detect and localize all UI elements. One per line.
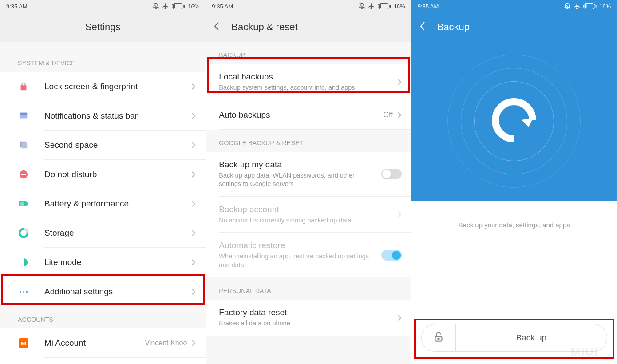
- row-sub: Backup system settings, account info, an…: [219, 83, 392, 92]
- chevron-right-icon: [191, 112, 196, 119]
- row-label: Second space: [44, 140, 187, 150]
- battery-percent: 16%: [394, 3, 405, 10]
- row-lock-screen[interactable]: Lock screen & fingerprint: [0, 72, 206, 101]
- row-label: Do not disturb: [44, 170, 187, 179]
- airplane-icon: [368, 3, 375, 10]
- chevron-right-icon: [191, 200, 196, 207]
- row-auto-backups[interactable]: Auto backups Off: [206, 100, 411, 130]
- unlock-icon: [433, 331, 444, 344]
- row-mi-account[interactable]: MI Mi Account Vincent Khoo: [0, 328, 206, 358]
- chevron-right-icon: [191, 340, 196, 347]
- battery-icon: [378, 3, 391, 9]
- back-button[interactable]: [214, 21, 220, 33]
- second-space-icon: [18, 139, 29, 151]
- titlebar-backup: Backup: [411, 12, 617, 42]
- phone-backup: 9:35 AM 16% Backup Back up your data, se…: [411, 0, 617, 364]
- chevron-right-icon: [191, 229, 196, 237]
- chevron-right-icon: [397, 79, 402, 86]
- row-notifications[interactable]: Notifications & status bar: [0, 101, 206, 131]
- phone-backup-reset: 9:35 AM 16% Backup & reset BACKUP Local …: [206, 0, 411, 364]
- page-title: Backup: [437, 21, 470, 33]
- page-title: Settings: [85, 21, 121, 33]
- row-dnd[interactable]: Do not disturb: [0, 160, 206, 189]
- status-right: 16%: [152, 3, 199, 10]
- battery-percent: 16%: [599, 3, 611, 10]
- status-bar: 9:35 AM 16%: [0, 0, 206, 12]
- battery-perf-icon: [18, 198, 29, 210]
- lite-mode-icon: [18, 257, 29, 268]
- spacer: [206, 336, 411, 364]
- svg-rect-22: [379, 4, 381, 8]
- section-header-accounts: ACCOUNTS: [0, 306, 206, 328]
- row-sub: Back up app data, WLAN passwords, and ot…: [219, 171, 376, 189]
- row-label: Storage: [44, 228, 187, 238]
- dnd-icon: [18, 169, 29, 180]
- svg-rect-2: [173, 4, 175, 8]
- lock-toggle-button[interactable]: [421, 324, 456, 352]
- row-label: Battery & performance: [44, 199, 187, 209]
- airplane-icon: [162, 3, 169, 10]
- row-battery[interactable]: Battery & performance: [0, 189, 206, 218]
- chevron-right-icon: [397, 211, 402, 218]
- row-backup-account: Backup account No account is currently s…: [206, 197, 411, 233]
- airplane-icon: [573, 3, 581, 10]
- row-label: Auto backups: [219, 110, 379, 120]
- svg-rect-26: [584, 4, 586, 8]
- chevron-right-icon: [397, 314, 402, 321]
- row-value: Off: [384, 111, 393, 119]
- row-label: Factory data reset: [219, 308, 392, 317]
- row-additional-settings[interactable]: Additional settings: [0, 277, 206, 306]
- row-lite-mode[interactable]: Lite mode: [0, 248, 206, 277]
- status-bar: 9:35 AM 16%: [206, 0, 411, 12]
- svg-point-17: [26, 291, 28, 293]
- svg-point-16: [23, 291, 24, 293]
- row-label: Local backups: [219, 72, 392, 82]
- status-right: 16%: [358, 3, 405, 10]
- svg-rect-12: [20, 202, 24, 206]
- chevron-right-icon: [191, 142, 196, 149]
- section-header-backup: BACKUP: [206, 42, 411, 64]
- battery-icon: [172, 3, 185, 9]
- notifications-icon: [18, 110, 29, 122]
- svg-rect-3: [184, 5, 185, 8]
- row-automatic-restore: Automatic restore When reinstalling an a…: [206, 233, 411, 277]
- svg-rect-27: [595, 5, 596, 8]
- row-backup-my-data[interactable]: Back up my data Back up app data, WLAN p…: [206, 152, 411, 197]
- mute-icon: [358, 3, 365, 10]
- row-second-space[interactable]: Second space: [0, 131, 206, 160]
- row-label: Notifications & status bar: [44, 111, 187, 121]
- row-label: Mi Account: [44, 338, 140, 348]
- battery-icon: [583, 3, 597, 9]
- titlebar-backup-reset: Backup & reset: [206, 12, 411, 42]
- mi-icon: MI: [18, 337, 29, 349]
- svg-rect-23: [390, 5, 391, 8]
- section-header-personal: PERSONAL DATA: [206, 277, 411, 300]
- spacer: [0, 42, 206, 47]
- svg-point-15: [20, 291, 21, 293]
- chevron-right-icon: [191, 288, 196, 295]
- toggle-backup-my-data[interactable]: [381, 169, 402, 179]
- backup-button-label: Back up: [516, 333, 546, 343]
- svg-rect-5: [20, 113, 28, 115]
- back-button[interactable]: [419, 21, 426, 33]
- row-label: Additional settings: [44, 287, 187, 297]
- svg-point-31: [438, 338, 439, 340]
- row-local-backups[interactable]: Local backups Backup system settings, ac…: [206, 64, 411, 100]
- status-time: 9:35 AM: [212, 3, 233, 10]
- section-header-system: SYSTEM & DEVICE: [0, 47, 206, 72]
- row-value: Vincent Khoo: [145, 339, 187, 347]
- phone-settings: 9:35 AM 16% Settings SYSTEM & DEVICE Loc…: [0, 0, 206, 364]
- row-label: Lock screen & fingerprint: [44, 82, 187, 91]
- watermark: MIUI EN.MIUI.COM: [570, 345, 611, 361]
- row-label: Automatic restore: [219, 241, 376, 250]
- row-storage[interactable]: Storage: [0, 218, 206, 248]
- svg-rect-11: [27, 202, 28, 205]
- page-title: Backup & reset: [231, 21, 297, 33]
- backup-message: Back up your data, settings, and apps: [411, 201, 617, 249]
- toggle-automatic-restore[interactable]: [381, 250, 402, 261]
- row-label: Back up my data: [219, 160, 376, 170]
- titlebar-settings: Settings: [0, 12, 206, 42]
- storage-icon: [18, 227, 29, 239]
- chevron-right-icon: [191, 83, 196, 90]
- row-factory-reset[interactable]: Factory data reset Erases all data on ph…: [206, 300, 411, 336]
